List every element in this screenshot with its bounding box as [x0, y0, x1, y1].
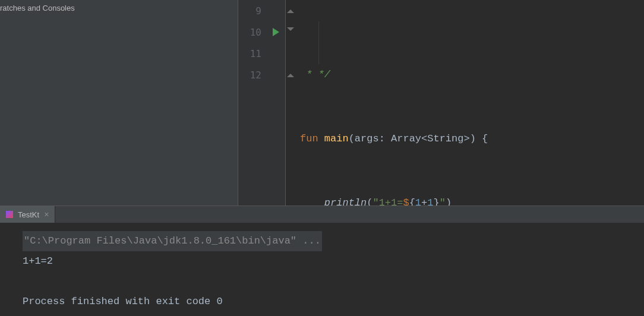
run-tab-bar: TestKt × [0, 206, 644, 223]
project-sidebar[interactable]: ratches and Consoles [0, 0, 238, 206]
indent-guide [318, 21, 319, 64]
line-number: 10 [250, 27, 261, 38]
kotlin-icon [6, 211, 13, 218]
scratches-node[interactable]: ratches and Consoles [0, 4, 75, 12]
console-command: "C:\Program Files\Java\jdk1.8.0_161\bin\… [23, 231, 322, 251]
fn-name: main [324, 133, 349, 144]
console-output[interactable]: "C:\Program Files\Java\jdk1.8.0_161\bin\… [0, 223, 644, 312]
close-icon[interactable]: × [44, 210, 49, 219]
line-number: 12 [250, 69, 261, 81]
editor-pane: 9 10 11 12 * */ fun main(args: Array<Str… [238, 0, 644, 206]
code-comment: * */ [300, 69, 330, 80]
console-exit-line: Process finished with exit code 0 [23, 292, 644, 312]
fold-end-icon[interactable] [287, 7, 294, 13]
fold-start-icon[interactable] [287, 27, 294, 33]
run-tab-label: TestKt [18, 210, 39, 219]
run-tool-window: TestKt × "C:\Program Files\Java\jdk1.8.0… [0, 206, 644, 316]
line-number: 11 [250, 48, 261, 59]
kw-fun: fun [300, 133, 318, 144]
run-tab[interactable]: TestKt × [0, 206, 55, 223]
line-number: 9 [255, 5, 261, 17]
console-line: 1+1=2 [23, 251, 644, 271]
run-gutter-icon[interactable] [273, 28, 279, 36]
fold-end-icon[interactable] [287, 71, 294, 77]
